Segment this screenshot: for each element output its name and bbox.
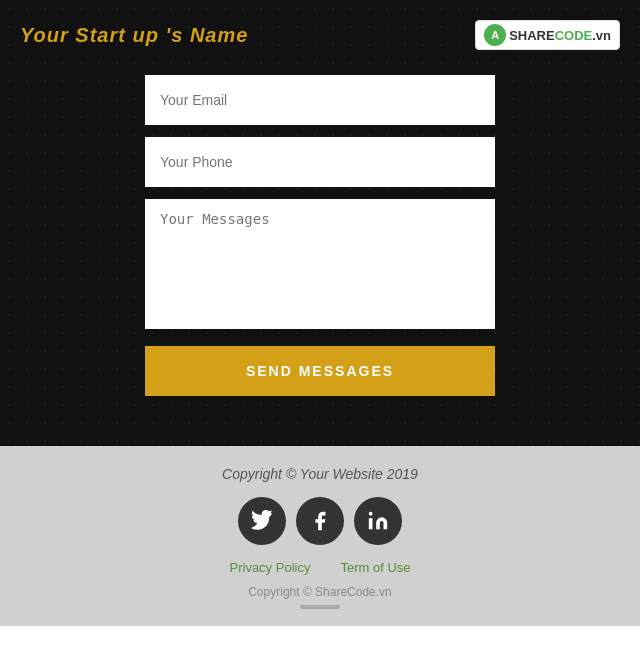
send-messages-button[interactable]: SEND MESSAGES: [145, 346, 495, 396]
messages-textarea[interactable]: [145, 199, 495, 329]
copyright-text: Copyright © Your Website 2019: [0, 466, 640, 482]
footer-links: Privacy Policy Term of Use: [0, 560, 640, 575]
brand-title: Your Start up 's Name: [20, 24, 248, 47]
main-section: Your Start up 's Name A SHARECODE.vn SEN…: [0, 0, 640, 446]
email-input[interactable]: [145, 75, 495, 125]
logo-container: A SHARECODE.vn: [475, 20, 620, 50]
svg-point-0: [369, 512, 373, 516]
logo-text: SHARECODE.vn: [509, 28, 611, 43]
footer-section: Copyright © Your Website 2019 Privacy Po…: [0, 446, 640, 626]
facebook-icon[interactable]: [296, 497, 344, 545]
contact-form: SEND MESSAGES: [0, 65, 640, 406]
linkedin-icon[interactable]: [354, 497, 402, 545]
term-of-use-link[interactable]: Term of Use: [340, 560, 410, 575]
footer-copyright: Copyright © ShareCode.vn: [0, 585, 640, 599]
header-bar: Your Start up 's Name A SHARECODE.vn: [0, 20, 640, 65]
twitter-icon[interactable]: [238, 497, 286, 545]
logo-letter: A: [491, 29, 499, 41]
scrollbar-hint: [300, 605, 340, 609]
phone-input[interactable]: [145, 137, 495, 187]
social-icons-row: [0, 497, 640, 545]
privacy-policy-link[interactable]: Privacy Policy: [230, 560, 311, 575]
logo-icon: A: [484, 24, 506, 46]
